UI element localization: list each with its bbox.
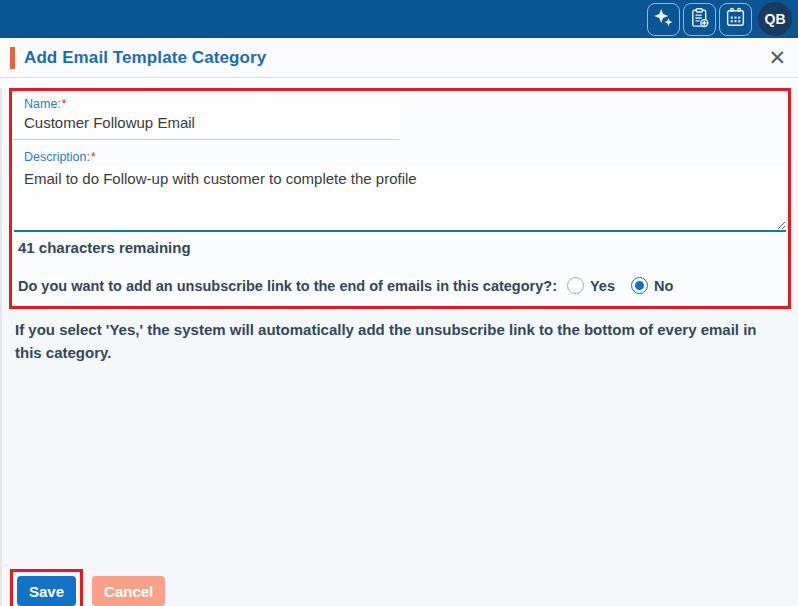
name-label: Name:*	[24, 97, 389, 111]
required-asterisk: *	[62, 97, 67, 111]
clipboard-add-icon	[688, 6, 711, 33]
cancel-button[interactable]: Cancel	[92, 576, 165, 606]
unsubscribe-question-label: Do you want to add an unsubscribe link t…	[18, 278, 557, 294]
unsubscribe-question-row: Do you want to add an unsubscribe link t…	[18, 277, 786, 294]
name-input[interactable]	[24, 111, 389, 133]
calendar-button[interactable]	[719, 3, 752, 36]
form-annotation-box: Name:* Description:* Email to do Follow-…	[9, 88, 791, 309]
name-field-group: Name:*	[14, 93, 399, 140]
description-textarea[interactable]: Email to do Follow-up with customer to c…	[14, 166, 786, 232]
radio-yes[interactable]: Yes	[567, 277, 615, 294]
close-icon[interactable]: ✕	[768, 47, 786, 68]
radio-yes-label[interactable]: Yes	[590, 278, 615, 294]
required-asterisk: *	[91, 150, 96, 164]
top-app-bar: QB	[0, 0, 798, 38]
title-accent-bar	[10, 47, 15, 69]
radio-no-circle[interactable]	[631, 277, 648, 294]
save-annotation-box: Save	[10, 569, 83, 606]
description-label: Description:*	[24, 150, 786, 164]
help-text: If you select 'Yes,' the system will aut…	[15, 318, 765, 365]
radio-yes-circle[interactable]	[567, 277, 584, 294]
dialog-footer: Save Cancel	[2, 569, 165, 606]
clipboard-add-button[interactable]	[683, 3, 716, 36]
ai-sparkle-button[interactable]	[647, 3, 680, 36]
dialog-body: Name:* Description:* Email to do Follow-…	[0, 88, 798, 606]
calendar-icon	[724, 6, 747, 33]
radio-no-label[interactable]: No	[654, 278, 673, 294]
save-button[interactable]: Save	[17, 576, 76, 606]
user-avatar[interactable]: QB	[758, 2, 792, 36]
chars-remaining-text: 41 characters remaining	[18, 239, 786, 256]
radio-no[interactable]: No	[631, 277, 673, 294]
dialog-title: Add Email Template Category	[24, 48, 266, 68]
dialog-header: Add Email Template Category ✕	[0, 38, 798, 78]
ai-sparkle-icon	[652, 6, 675, 33]
